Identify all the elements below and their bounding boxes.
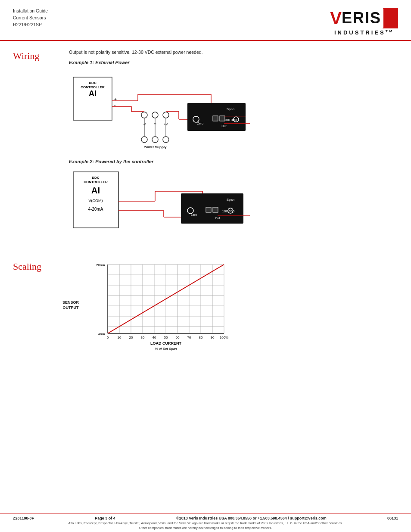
wiring-content: Output is not polarity sensitive. 12-30 …: [69, 50, 398, 252]
svg-text:CONTROLLER: CONTROLLER: [81, 85, 105, 89]
svg-text:LOAD CURRENT: LOAD CURRENT: [150, 341, 181, 345]
page-footer: Z201198-0F Page 3 of 4 ©2013 Veris Indus…: [0, 513, 411, 532]
svg-point-18: [163, 137, 169, 143]
logo-chevron-icon: [383, 8, 398, 28]
footer-doc-number: 06131: [387, 516, 398, 520]
main-content: Wiring Output is not polarity sensitive.…: [0, 41, 411, 364]
example1-title: Example 1: External Power: [69, 60, 398, 65]
wiring-diagram-1: DDC CONTROLLER AI + - -V ** +V: [69, 68, 250, 150]
svg-text:Power Supply: Power Supply: [144, 145, 167, 149]
svg-text:Span: Span: [227, 198, 235, 202]
example2-container: Example 2: Powered by the controller DDC…: [69, 159, 398, 243]
svg-text:DDC: DDC: [89, 81, 97, 85]
footer-trademark1: Alta Labs, Enercept, Enspector, Hawkeye,…: [13, 521, 398, 526]
svg-text:AI: AI: [91, 186, 100, 195]
svg-point-17: [152, 137, 158, 143]
wiring-heading: Wiring: [13, 50, 69, 62]
wiring-label-col: Wiring: [13, 50, 69, 65]
svg-text:50: 50: [164, 336, 168, 339]
svg-text:70: 70: [187, 336, 191, 339]
svg-text:Out: Out: [215, 217, 220, 220]
wiring-section: Wiring Output is not polarity sensitive.…: [13, 50, 398, 252]
wiring-description: Output is not polarity sensitive. 12-30 …: [69, 50, 398, 55]
chart-wrapper: SENSOR OUTPUT: [90, 260, 398, 351]
svg-rect-26: [213, 116, 218, 121]
scaling-chart: 20mA 4mA 0 10 20 30 40 50 60 70 80 90 10…: [90, 260, 237, 351]
svg-point-12: [152, 112, 158, 118]
svg-text:60: 60: [176, 336, 180, 339]
header-line2: Current Sensors: [13, 15, 48, 22]
scaling-label-col: Scaling: [13, 260, 69, 276]
svg-text:4mA: 4mA: [98, 332, 106, 336]
svg-rect-56: [206, 207, 211, 212]
svg-point-16: [141, 137, 147, 143]
scaling-section: Scaling SENSOR OUTPUT: [13, 260, 398, 351]
svg-text:0: 0: [107, 336, 109, 339]
svg-text:Zero: Zero: [197, 122, 204, 125]
chart-y-label: SENSOR OUTPUT: [62, 301, 79, 311]
svg-text:Span: Span: [227, 107, 235, 111]
svg-text:4-20mA: 4-20mA: [88, 207, 103, 212]
svg-text:20mA: 20mA: [96, 263, 106, 267]
scaling-heading: Scaling: [13, 261, 69, 272]
logo: V ERIS INDUSTRIESTM: [330, 8, 398, 36]
footer-trademark2: Other companies' trademarks are hereby a…: [13, 526, 398, 531]
svg-text:40: 40: [153, 336, 156, 339]
footer-copyright: ©2013 Veris Industries USA 800.354.8556 …: [176, 516, 327, 520]
logo-eris: ERIS: [342, 10, 381, 26]
page-header: Installation Guide Current Sensors H221/…: [0, 0, 411, 41]
header-line3: H221/H221SP: [13, 22, 48, 28]
svg-text:100  300: 100 300: [224, 118, 237, 122]
footer-trademarks: Alta Labs, Enercept, Enspector, Hawkeye,…: [13, 521, 398, 530]
svg-text:DDC: DDC: [92, 176, 100, 180]
svg-text:Out: Out: [221, 124, 226, 128]
scaling-content: SENSOR OUTPUT: [69, 260, 398, 351]
svg-text:V(COM): V(COM): [89, 199, 103, 203]
logo-v-letter: V: [330, 9, 342, 28]
svg-text:CONTROLLER: CONTROLLER: [84, 180, 108, 184]
svg-point-14: [163, 112, 169, 118]
svg-text:100%: 100%: [220, 336, 228, 339]
logo-industries: INDUSTRIESTM: [330, 29, 398, 36]
header-line1: Installation Guide: [13, 8, 48, 15]
footer-page: Page 3 of 4: [95, 516, 115, 520]
svg-text:AI: AI: [89, 89, 97, 98]
svg-text:30: 30: [141, 336, 145, 339]
footer-main: Z201198-0F Page 3 of 4 ©2013 Veris Indus…: [13, 516, 398, 520]
example1-container: Example 1: External Power DDC CONTROLLER…: [69, 60, 398, 150]
example2-title: Example 2: Powered by the controller: [69, 159, 398, 164]
svg-text:20: 20: [129, 336, 133, 339]
header-title: Installation Guide Current Sensors H221/…: [13, 8, 48, 28]
svg-text:10: 10: [118, 336, 121, 339]
svg-text:% of Set Span: % of Set Span: [155, 347, 177, 351]
logo-block: V ERIS INDUSTRIESTM: [330, 8, 398, 36]
svg-text:80: 80: [199, 336, 203, 339]
svg-rect-57: [213, 207, 218, 212]
svg-point-10: [141, 112, 147, 118]
svg-text:90: 90: [211, 336, 215, 339]
footer-part-number: Z201198-0F: [13, 516, 34, 520]
wiring-diagram-2: DDC CONTROLLER AI V(COM) 4-20mA Span Zer…: [69, 168, 250, 243]
